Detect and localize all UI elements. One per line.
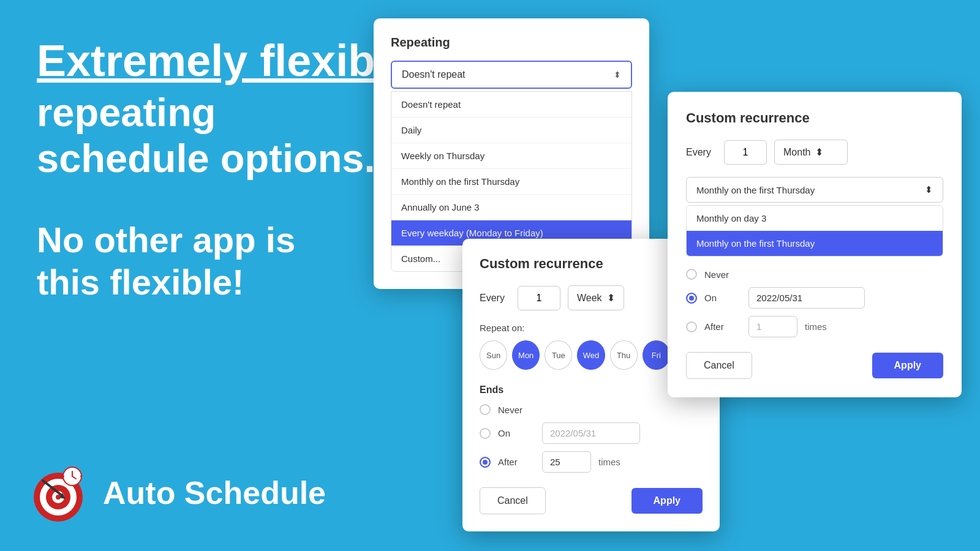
- logo-area: Auto Schedule: [24, 459, 326, 527]
- autoschedule-logo-icon: [24, 459, 92, 527]
- every-unit-value-bottom: Week: [577, 293, 602, 304]
- every-unit-dropdown-bottom[interactable]: Week ⬍: [568, 285, 624, 310]
- cancel-button-right[interactable]: Cancel: [686, 352, 752, 379]
- every-unit-value-right: Month: [783, 147, 810, 158]
- day-wed[interactable]: Wed: [577, 340, 605, 370]
- dropdown-item-monthly-thursday[interactable]: Monthly on the first Thursday: [391, 169, 631, 195]
- ends-never-row: Never: [480, 404, 703, 415]
- ends-on-radio-right[interactable]: [686, 293, 697, 304]
- apply-button-right[interactable]: Apply: [872, 353, 943, 378]
- ends-on-date-input-right[interactable]: [748, 287, 865, 309]
- monthly-on-dropdown-list: Monthly on day 3 Monthly on the first Th…: [686, 205, 943, 257]
- ends-on-text: On: [498, 428, 535, 438]
- ends-after-times-input-right[interactable]: [748, 316, 797, 337]
- monthly-first-thursday-option[interactable]: Monthly on the first Thursday: [687, 231, 943, 256]
- ends-never-radio[interactable]: [480, 404, 491, 415]
- dropdown-item-daily[interactable]: Daily: [391, 118, 631, 143]
- dropdown-item-doesnt-repeat[interactable]: Doesn't repeat: [391, 92, 631, 118]
- every-label-bottom: Every: [480, 293, 510, 304]
- cancel-button-bottom[interactable]: Cancel: [480, 487, 546, 514]
- custom-panel-right-title: Custom recurrence: [686, 110, 943, 126]
- every-number-input-bottom[interactable]: [518, 286, 560, 310]
- monthly-day3-option[interactable]: Monthly on day 3: [687, 206, 943, 231]
- day-fri[interactable]: Fri: [643, 340, 670, 370]
- every-row-right: Every Month ⬍: [686, 140, 943, 165]
- ends-after-times-label: times: [598, 457, 620, 467]
- ends-on-radio[interactable]: [480, 428, 491, 439]
- monthly-on-selected-value: Monthly on the first Thursday: [696, 185, 815, 195]
- ends-on-text-right: On: [704, 293, 741, 303]
- logo-text: Auto Schedule: [103, 474, 326, 511]
- ends-after-row-right: After times: [686, 316, 943, 337]
- day-thu[interactable]: Thu: [610, 340, 638, 370]
- ends-on-row-right: On: [686, 287, 943, 309]
- ends-after-times-label-right: times: [805, 321, 827, 332]
- day-tue[interactable]: Tue: [545, 340, 572, 370]
- every-number-input-right[interactable]: [724, 140, 767, 165]
- ends-never-row-right: Never: [686, 269, 943, 280]
- dropdown-item-weekly-thursday[interactable]: Weekly on Thursday: [391, 143, 631, 169]
- dropdown-item-annually[interactable]: Annually on June 3: [391, 195, 631, 220]
- monthly-on-arrows-icon: ⬍: [925, 184, 933, 195]
- every-unit-arrows-right-icon: ⬍: [815, 146, 823, 158]
- every-unit-arrows-icon: ⬍: [607, 292, 615, 304]
- ends-never-text: Never: [498, 405, 535, 415]
- monthly-on-select[interactable]: Monthly on the first Thursday ⬍: [686, 177, 943, 203]
- repeating-select-box[interactable]: Doesn't repeat ⬍: [391, 61, 632, 89]
- day-mon[interactable]: Mon: [512, 340, 540, 370]
- ends-on-row: On: [480, 422, 703, 444]
- btn-row-right: Cancel Apply: [686, 352, 943, 379]
- ends-after-radio[interactable]: [480, 457, 491, 468]
- every-unit-dropdown-right[interactable]: Month ⬍: [774, 140, 848, 165]
- ends-never-text-right: Never: [704, 269, 741, 280]
- every-label-right: Every: [686, 147, 717, 158]
- day-sun[interactable]: Sun: [480, 340, 507, 370]
- custom-panel-right: Custom recurrence Every Month ⬍ Monthly …: [668, 92, 962, 397]
- ends-after-times-input[interactable]: [542, 451, 591, 473]
- ends-after-row: After times: [480, 451, 703, 473]
- repeating-panel-title: Repeating: [391, 36, 632, 50]
- repeating-selected-value: Doesn't repeat: [402, 69, 466, 80]
- btn-row-bottom: Cancel Apply: [480, 487, 703, 514]
- ends-after-text-right: After: [704, 321, 741, 332]
- ends-after-radio-right[interactable]: [686, 321, 697, 332]
- ends-after-text: After: [498, 457, 535, 467]
- ends-never-radio-right[interactable]: [686, 269, 697, 280]
- repeating-arrows-icon: ⬍: [614, 70, 621, 80]
- apply-button-bottom[interactable]: Apply: [631, 488, 703, 514]
- ends-on-date-input[interactable]: [542, 422, 640, 444]
